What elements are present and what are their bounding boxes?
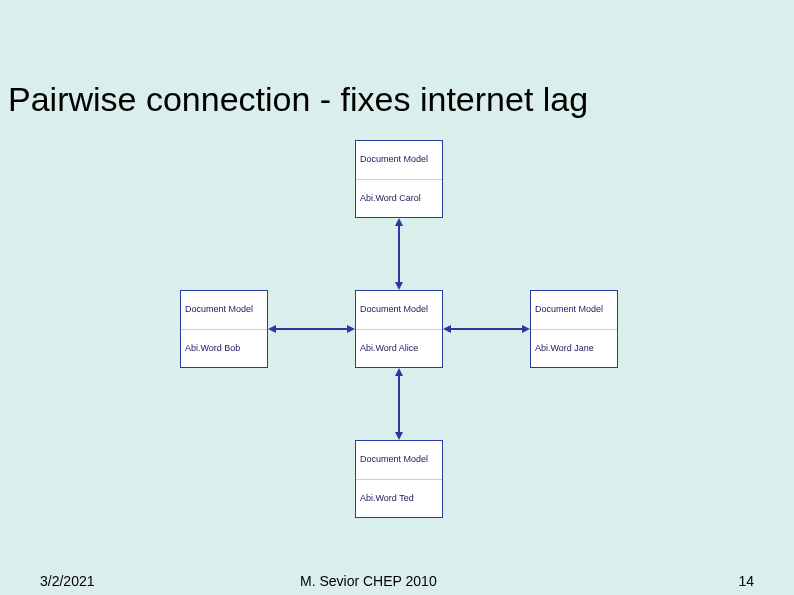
arrowhead-icon — [395, 218, 403, 226]
node-bob: Document Model Abi.Word Bob — [180, 290, 268, 368]
node-ted: Document Model Abi.Word Ted — [355, 440, 443, 518]
doc-label: Document Model — [535, 304, 613, 315]
node-jane: Document Model Abi.Word Jane — [530, 290, 618, 368]
footer-author: M. Sevior CHEP 2010 — [300, 573, 437, 589]
client-label: Abi.Word Jane — [535, 343, 613, 354]
footer-date: 3/2/2021 — [40, 573, 95, 589]
arrowhead-icon — [443, 325, 451, 333]
arrowhead-icon — [395, 282, 403, 290]
arrowhead-icon — [347, 325, 355, 333]
doc-label: Document Model — [360, 304, 438, 315]
arrowhead-icon — [395, 432, 403, 440]
arrowhead-icon — [522, 325, 530, 333]
arrowhead-icon — [268, 325, 276, 333]
connector — [276, 328, 347, 330]
client-label: Abi.Word Bob — [185, 343, 263, 354]
connector — [398, 226, 400, 282]
slide-title: Pairwise connection - fixes internet lag — [8, 80, 588, 119]
doc-label: Document Model — [360, 454, 438, 465]
arrowhead-icon — [395, 368, 403, 376]
client-label: Abi.Word Ted — [360, 493, 438, 504]
node-alice: Document Model Abi.Word Alice — [355, 290, 443, 368]
client-label: Abi.Word Carol — [360, 193, 438, 204]
connector — [451, 328, 522, 330]
doc-label: Document Model — [360, 154, 438, 165]
node-carol: Document Model Abi.Word Carol — [355, 140, 443, 218]
diagram: Document Model Abi.Word Carol Document M… — [145, 140, 655, 530]
footer-page: 14 — [738, 573, 754, 589]
connector — [398, 376, 400, 432]
client-label: Abi.Word Alice — [360, 343, 438, 354]
doc-label: Document Model — [185, 304, 263, 315]
